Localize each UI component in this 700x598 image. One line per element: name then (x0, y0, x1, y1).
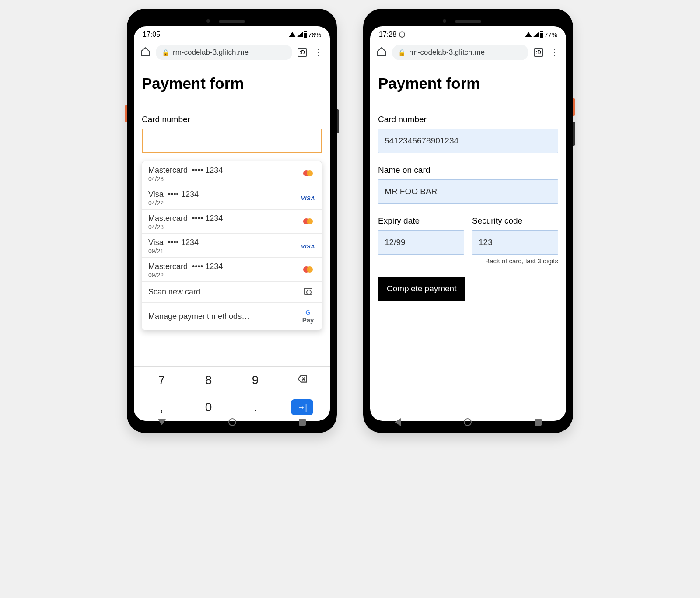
security-code-label: Security code (472, 216, 558, 226)
url-text: rm-codelab-3.glitch.me (409, 48, 485, 57)
lock-icon: 🔒 (162, 49, 169, 56)
nav-home-icon[interactable] (464, 418, 472, 426)
key-comma[interactable]: , (138, 400, 185, 414)
volume-button (573, 122, 575, 146)
card-number-input[interactable] (142, 129, 322, 153)
complete-payment-button[interactable]: Complete payment (378, 277, 465, 301)
system-nav-bar (363, 413, 573, 431)
autofill-card-item[interactable]: Mastercard •••• 1234 09/22 (142, 258, 322, 282)
visa-icon: VISA (301, 195, 315, 202)
key-8[interactable]: 8 (185, 373, 232, 387)
manage-payments-button[interactable]: Manage payment methods… G Pay (142, 303, 322, 330)
battery-percent: 77% (544, 31, 557, 38)
browser-toolbar: 🔒 rm-codelab-3.glitch.me :D ⋮ (370, 41, 566, 66)
battery-icon (540, 31, 543, 38)
tabs-button[interactable]: :D (534, 48, 543, 57)
nav-recent-icon[interactable] (535, 419, 542, 426)
screen: 17:05 76% 🔒 rm-codelab-3.glitch.me :D ⋮ … (134, 26, 330, 421)
nav-back-icon[interactable] (158, 419, 166, 425)
tabs-button[interactable]: :D (298, 48, 307, 57)
lock-icon: 🔒 (398, 49, 406, 56)
wifi-icon (289, 32, 296, 37)
data-saver-icon (399, 31, 405, 38)
expiry-input[interactable]: 12/99 (378, 230, 464, 255)
wifi-icon (525, 32, 532, 37)
page-content: Payment form Card number 541234567890123… (370, 66, 566, 421)
scan-card-button[interactable]: Scan new card (142, 282, 322, 303)
autofill-card-item[interactable]: Mastercard •••• 1234 04/23 (142, 210, 322, 234)
mastercard-icon (303, 218, 313, 224)
menu-button[interactable]: ⋮ (549, 47, 560, 58)
key-7[interactable]: 7 (138, 373, 185, 387)
security-code-help: Back of card, last 3 digits (472, 257, 558, 265)
name-on-card-input[interactable]: MR FOO BAR (378, 179, 558, 204)
phone-device-right: 17:28 77% 🔒 rm-codelab-3.glitch.me :D ⋮ (363, 9, 573, 433)
card-number-label: Card number (142, 115, 322, 124)
home-icon[interactable] (140, 46, 150, 59)
key-0[interactable]: 0 (185, 400, 232, 414)
power-button (573, 98, 575, 116)
card-number-input[interactable]: 5412345678901234 (378, 129, 558, 153)
name-on-card-label: Name on card (378, 165, 558, 175)
nav-back-icon[interactable] (395, 418, 401, 426)
autofill-dropdown: Mastercard •••• 1234 04/23 Visa •••• 123… (142, 161, 322, 330)
screen: 17:28 77% 🔒 rm-codelab-3.glitch.me :D ⋮ (370, 26, 566, 421)
url-bar[interactable]: 🔒 rm-codelab-3.glitch.me (156, 45, 292, 60)
mastercard-icon (303, 266, 313, 273)
home-icon[interactable] (376, 46, 387, 59)
key-dot[interactable]: . (232, 400, 279, 414)
backspace-key[interactable] (279, 373, 326, 387)
signal-icon (297, 32, 303, 37)
system-nav-bar (127, 413, 337, 431)
status-bar: 17:28 77% (370, 26, 566, 41)
browser-toolbar: 🔒 rm-codelab-3.glitch.me :D ⋮ (134, 41, 330, 66)
status-bar: 17:05 76% (134, 26, 330, 41)
card-number-label: Card number (378, 115, 558, 124)
phone-device-left: 17:05 76% 🔒 rm-codelab-3.glitch.me :D ⋮ … (127, 9, 337, 433)
gpay-icon: G Pay (302, 308, 314, 324)
mastercard-icon (303, 170, 313, 176)
nav-home-icon[interactable] (228, 418, 236, 426)
nav-recent-icon[interactable] (299, 419, 306, 426)
status-time: 17:28 (379, 31, 396, 38)
divider (378, 97, 558, 97)
page-content: Payment form Card number Mastercard ••••… (134, 66, 330, 421)
power-button (125, 105, 127, 122)
expiry-label: Expiry date (378, 216, 464, 226)
volume-button (337, 109, 339, 133)
page-title: Payment form (378, 75, 558, 92)
visa-icon: VISA (301, 243, 315, 250)
signal-icon (533, 32, 539, 37)
battery-percent: 76% (308, 31, 321, 38)
battery-icon (304, 31, 307, 38)
autofill-card-item[interactable]: Visa •••• 1234 04/22 VISA (142, 185, 322, 210)
divider (142, 97, 322, 97)
autofill-card-item[interactable]: Visa •••• 1234 09/21 VISA (142, 234, 322, 258)
page-title: Payment form (142, 75, 322, 92)
autofill-card-item[interactable]: Mastercard •••• 1234 04/23 (142, 161, 322, 185)
key-9[interactable]: 9 (232, 373, 279, 387)
status-time: 17:05 (143, 31, 160, 38)
url-text: rm-codelab-3.glitch.me (173, 48, 248, 57)
security-code-input[interactable]: 123 (472, 230, 558, 255)
url-bar[interactable]: 🔒 rm-codelab-3.glitch.me (392, 45, 528, 60)
menu-button[interactable]: ⋮ (312, 47, 324, 58)
camera-icon (304, 288, 312, 295)
